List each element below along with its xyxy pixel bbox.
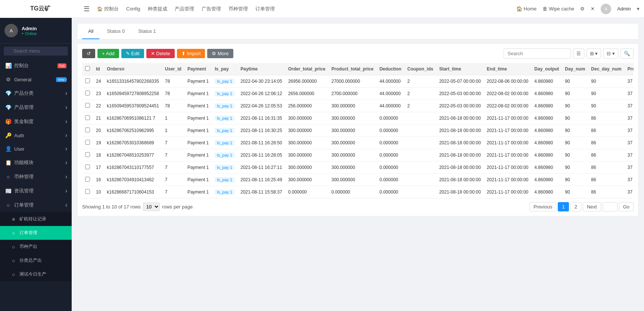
cell-end-time: 2021-11-17 00:00:00 [484,137,531,149]
sidebar-item-miner-transfer[interactable]: ≡ 矿机转让记录 [0,212,72,226]
cell-order-total-price: 300.000000 [285,174,329,186]
cell-order-total-price: 300.000000 [285,137,329,149]
page-2-button[interactable]: 2 [570,202,581,211]
row-checkbox[interactable] [85,91,90,95]
row-checkbox[interactable] [85,78,90,83]
sidebar-item-order-mgmt-parent[interactable]: ○ 订单管理 [0,198,72,212]
nav-order-management[interactable]: 订单管理 [255,6,275,12]
col-product-id: Product_id [625,63,634,75]
page-1-button[interactable]: 1 [558,202,569,211]
more-button[interactable]: ⚙ More [207,49,233,58]
cell-order-total-price: 26956.000000 [285,75,329,88]
delete-button[interactable]: ✕ Delete [146,49,175,58]
sidebar-item-modules[interactable]: 📋 功能模块 [0,156,72,170]
cell-is-pay: ls_pay 1 [212,186,237,198]
table-row: 16 k162867034910413462 7 Payment 1 ls_pa… [82,174,634,186]
home-link[interactable]: 🏠 Home [516,6,537,12]
row-checkbox[interactable] [85,140,90,145]
settings-icon[interactable]: ⚙ [580,6,585,12]
cell-order-total-price: 0.000000 [285,186,329,198]
next-button[interactable]: Next [583,202,601,211]
sidebar-item-bonus-system[interactable]: 🎁 奖金制度 [0,114,72,129]
tab-status0[interactable]: Status 0 [101,24,131,39]
sidebar-item-dashboard[interactable]: 📊 控制台 hot [0,59,72,73]
per-page-select[interactable]: 10 20 50 [143,202,160,211]
row-checkbox-cell [82,149,93,161]
col-start-time: Start_time [436,63,483,75]
go-button[interactable]: Go [619,202,634,211]
cell-day-output: 4.860980 [531,75,562,88]
nav-ad-management[interactable]: 广告管理 [202,6,221,12]
cell-ordersn: k162867048510253977 [104,149,162,161]
search-input[interactable] [504,48,571,59]
sidebar-item-product-management[interactable]: 💎 产品管理 [0,100,72,114]
cell-paytime: 2021-08-11 16:31:35 [237,112,285,125]
row-checkbox[interactable] [85,152,90,157]
row-checkbox[interactable] [85,177,90,182]
search-table-button[interactable]: 🔍 [620,48,634,59]
pagination-info-text: Showing 1 to 10 of 17 rows [82,204,141,210]
sidebar-item-news-mgmt[interactable]: 📰 资讯管理 [0,184,72,198]
tab-all[interactable]: All [82,24,99,39]
edit-button[interactable]: ✎ Edit [121,49,144,58]
col-order-total-price: Order_total_price [285,63,329,75]
import-button[interactable]: ⬆ Import [177,49,205,58]
nav-category-commission[interactable]: 种类提成 [148,6,167,12]
sidebar-item-auth[interactable]: 🔑 Auth [0,129,72,142]
sidebar-item-currency-output[interactable]: ○ 币种产出 [0,240,72,254]
nav-product-management[interactable]: 产品管理 [175,6,194,12]
row-checkbox[interactable] [85,128,90,132]
nav-config[interactable]: Config [126,6,140,12]
row-checkbox[interactable] [85,189,90,194]
hamburger-icon[interactable]: ☰ [84,5,90,13]
tab-status1[interactable]: Status 1 [132,24,162,39]
cell-paytime: 2021-08-11 16:28:05 [237,149,285,161]
page-jump-input[interactable] [603,202,617,211]
cell-payment: Payment 1 [184,137,212,149]
row-checkbox-cell [82,75,93,88]
sidebar-item-order-management[interactable]: ○ 订单管理 [0,226,72,240]
sidebar-item-product-category[interactable]: 💎 产品分类 [0,86,72,100]
sidebar-item-test-production[interactable]: ○ 测试今日生产 [0,267,72,281]
currency-icon: ○ [5,174,11,180]
nav-dashboard[interactable]: 🏠 控制台 [97,6,119,12]
user-name[interactable]: Admin [617,6,631,12]
refresh-button[interactable]: ↺ [82,49,95,58]
table-wrapper: Id Ordersn User_id Payment Is_pay Paytim… [82,63,634,198]
sidebar-item-total-output[interactable]: ○ 分类总产出 [0,254,72,267]
cell-product-total-price: 300.000000 [329,112,377,125]
column-settings-button[interactable]: ⊟ ▾ [603,48,618,59]
close-icon[interactable]: ✕ [591,6,595,12]
cell-user-id: 7 [162,161,184,174]
row-checkbox[interactable] [85,164,90,169]
sidebar-item-currency-mgmt[interactable]: ○ 币种管理 [0,170,72,184]
user-dropdown-icon[interactable]: ▾ [637,6,640,12]
wipe-cache-link[interactable]: 🗑 Wipe cache [542,6,574,12]
nav-currency-management[interactable]: 币种管理 [228,6,248,12]
sidebar-item-user[interactable]: 👤 User [0,142,72,156]
cell-deduction: 0.000000 [376,125,404,137]
cell-deduction: 0.000000 [376,112,404,125]
cell-ordersn: k162867034910413462 [104,174,162,186]
cell-product-total-price: 300.000000 [329,125,377,137]
cell-product-id: 37 [625,149,634,161]
cell-product-total-price: 300.000000 [329,149,377,161]
sidebar-item-general[interactable]: ⚙ General new [0,73,72,86]
cell-is-pay: ls_pay 1 [212,161,237,174]
add-button[interactable]: + Add [97,49,119,58]
search-menu-input[interactable] [4,47,68,56]
cell-day-output: 4.860980 [531,174,562,186]
brand-title: TG云矿 [30,5,50,13]
row-checkbox[interactable] [85,115,90,120]
cell-payment: Payment 1 [184,149,212,161]
cell-ordersn: k162867043110177557 [104,161,162,174]
list-view-button[interactable]: ☰ [573,48,584,59]
select-all-checkbox[interactable] [85,66,90,71]
grid-view-button[interactable]: ⊞ ▾ [587,48,601,59]
row-checkbox[interactable] [85,103,90,108]
cell-end-time: 2021-11-17 00:00:00 [484,186,531,198]
cell-user-id: 78 [162,88,184,100]
cell-end-time: 2022-08-06 00:00:00 [484,75,531,88]
prev-button[interactable]: Previous [529,202,557,211]
sidebar-avatar: A [4,24,18,37]
